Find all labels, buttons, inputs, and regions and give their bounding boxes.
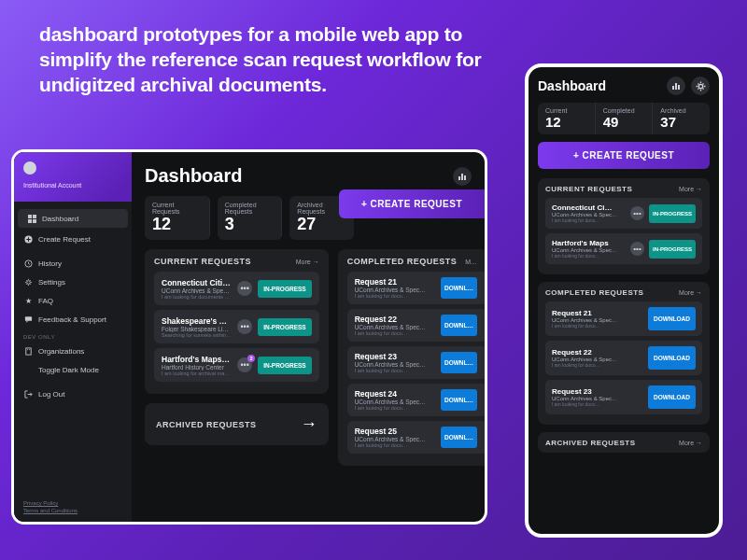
request-source: Hartford History Center xyxy=(162,364,232,371)
request-card[interactable]: Request 23 UConn Archives & Spec… I am l… xyxy=(347,346,485,379)
analytics-button[interactable] xyxy=(453,167,472,186)
create-request-button[interactable]: + CREATE REQUEST xyxy=(538,142,710,169)
nav-section-label: DEV ONLY xyxy=(14,329,132,342)
request-card[interactable]: Request 22 UConn Archives & Spec… I am l… xyxy=(545,341,702,375)
more-link[interactable]: More → xyxy=(679,186,702,192)
svg-point-17 xyxy=(698,84,702,88)
stat-completed: Completed Requests 3 xyxy=(218,196,283,240)
request-source: UConn Archives & Spec… xyxy=(355,324,435,330)
stat-value: 12 xyxy=(152,215,202,234)
sidebar-item-label: Create Request xyxy=(38,235,91,244)
more-link[interactable]: More → xyxy=(296,259,319,265)
request-title: Request 21 xyxy=(355,277,435,287)
request-source: UConn Archives & Spec… xyxy=(355,287,435,293)
stats-row: Current Requests 12 Completed Requests 3… xyxy=(145,196,354,240)
download-button[interactable]: DOWNLOAD xyxy=(648,307,696,330)
stat-value: 49 xyxy=(603,114,645,130)
request-card[interactable]: Connecticut Ci… UConn Archives & Spec… I… xyxy=(545,198,702,229)
more-link[interactable]: More → xyxy=(679,289,702,296)
avatar[interactable] xyxy=(23,161,36,175)
sidebar-item-settings[interactable]: Settings xyxy=(14,273,132,291)
svg-rect-12 xyxy=(461,174,463,180)
archived-requests-panel[interactable]: ARCHIVED REQUESTS → xyxy=(145,403,329,445)
request-card[interactable]: Hartford's Maps 1935 Hartford History Ce… xyxy=(154,348,319,382)
sidebar-item-logout[interactable]: Log Out xyxy=(14,385,132,403)
sidebar-item-label: History xyxy=(38,259,62,268)
settings-button[interactable] xyxy=(691,77,710,95)
request-title: Request 23 xyxy=(355,352,435,361)
download-button[interactable]: DOWNLOAD xyxy=(648,346,696,370)
download-button[interactable]: DOWNL… xyxy=(441,427,477,448)
request-title: Request 24 xyxy=(355,389,435,399)
panel-title: ARCHIVED REQUESTS xyxy=(545,439,636,447)
more-actions-button[interactable]: ••• xyxy=(630,242,644,256)
stat-label: Completed Requests xyxy=(225,202,275,215)
create-request-button[interactable]: + CREATE REQUEST xyxy=(339,189,485,218)
request-card[interactable]: Request 21 UConn Archives & Spec… I am l… xyxy=(347,272,485,304)
sidebar-footer: Privacy Policy Terms and Conditions xyxy=(14,494,132,522)
status-badge: IN-PROGRESS xyxy=(258,318,312,336)
request-title: Hartford's Maps xyxy=(552,239,626,247)
svg-rect-15 xyxy=(675,83,677,90)
more-actions-button[interactable]: •••2 xyxy=(237,357,252,372)
sidebar-item-toggle-dark[interactable]: Toggle Dark Mode xyxy=(14,360,132,379)
more-actions-button[interactable]: ••• xyxy=(630,206,644,220)
panel-title: COMPLETED REQUESTS xyxy=(347,257,458,266)
more-actions-button[interactable]: ••• xyxy=(237,319,252,334)
download-button[interactable]: DOWNL… xyxy=(441,315,477,336)
request-card[interactable]: Request 22 UConn Archives & Spec… I am l… xyxy=(347,309,485,342)
sidebar-item-label: Dashboard xyxy=(42,215,78,223)
svg-rect-3 xyxy=(33,219,36,223)
sidebar-item-faq[interactable]: ★ FAQ xyxy=(14,291,132,310)
download-button[interactable]: DOWNL… xyxy=(441,352,477,373)
stat-value: 37 xyxy=(660,114,702,130)
sidebar-item-dashboard[interactable]: Dashboard xyxy=(18,209,128,228)
account-header: Institutional Account xyxy=(14,152,132,202)
svg-point-6 xyxy=(26,280,30,284)
request-card[interactable]: Request 21 UConn Archives & Spec… I am l… xyxy=(545,301,702,336)
request-card[interactable]: Request 24 UConn Archives & Spec… I am l… xyxy=(347,384,485,416)
stats-row: Current12 Completed49 Archived37 xyxy=(538,103,710,134)
archived-requests-panel[interactable]: ARCHIVED REQUESTS More → xyxy=(538,432,710,453)
download-button[interactable]: DOWNL… xyxy=(441,277,477,299)
more-link[interactable]: More → xyxy=(679,440,702,446)
privacy-link[interactable]: Privacy Policy xyxy=(23,499,122,507)
request-note: I am looking for documents about the Con… xyxy=(162,294,232,300)
plus-circle-icon xyxy=(23,234,33,244)
download-button[interactable]: DOWNLOAD xyxy=(648,385,696,409)
request-card[interactable]: Connecticut Citizens Action… UConn Archi… xyxy=(154,272,319,305)
building-icon xyxy=(23,346,33,356)
stat-label: Archived xyxy=(660,107,702,114)
download-button[interactable]: DOWNL… xyxy=(441,389,477,411)
request-title: Shakespeare's Sonnets… xyxy=(162,315,232,326)
request-card[interactable]: Hartford's Maps UConn Archives & Spec… I… xyxy=(545,233,702,264)
sidebar-item-create-request[interactable]: Create Request xyxy=(14,230,132,248)
account-type-label: Institutional Account xyxy=(23,182,122,189)
panel-title: ARCHIVED REQUESTS xyxy=(156,420,257,429)
panel-title: CURRENT REQUESTS xyxy=(154,257,251,266)
sidebar-item-label: Feedback & Support xyxy=(38,315,106,324)
more-link[interactable]: M… xyxy=(465,259,477,265)
terms-link[interactable]: Terms and Conditions xyxy=(23,507,122,514)
sidebar-item-label: Toggle Dark Mode xyxy=(38,366,99,374)
sidebar-item-history[interactable]: History xyxy=(14,254,132,273)
request-card[interactable]: Request 25 UConn Archives & Spec… I am l… xyxy=(347,421,485,454)
sidebar-item-label: Settings xyxy=(38,278,65,287)
mobile-mock: Dashboard Current12 Completed49 Archived… xyxy=(525,63,723,538)
request-card[interactable]: Shakespeare's Sonnets… Folger Shakespear… xyxy=(154,310,319,343)
completed-requests-panel: COMPLETED REQUESTS More → Request 21 UCo… xyxy=(538,282,710,425)
request-title: Request 23 xyxy=(552,387,643,396)
request-card[interactable]: Request 23 UConn Archives & Spec… I am l… xyxy=(545,380,702,414)
more-actions-button[interactable]: ••• xyxy=(237,281,252,296)
svg-rect-2 xyxy=(28,219,32,223)
sidebar-item-organizations[interactable]: Organizations xyxy=(14,342,132,360)
request-note: I am looking for archival maps of the Ha… xyxy=(162,371,232,376)
svg-rect-8 xyxy=(25,347,30,354)
stat-value: 3 xyxy=(225,215,275,234)
stat-value: 27 xyxy=(297,215,346,234)
chat-icon xyxy=(23,315,33,324)
analytics-button[interactable] xyxy=(667,77,685,95)
sidebar-item-feedback[interactable]: Feedback & Support xyxy=(14,310,132,329)
arrow-right-icon: → xyxy=(301,414,317,434)
svg-rect-14 xyxy=(672,86,674,90)
